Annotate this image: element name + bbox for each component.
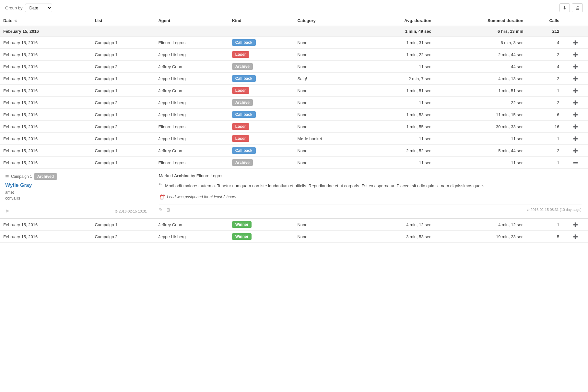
expand-button[interactable]: ➕: [573, 76, 578, 81]
cell-list: Campaign 1: [91, 37, 155, 49]
summary-avg-duration: 1 min, 49 sec: [362, 26, 435, 37]
expand-button[interactable]: ➕: [573, 136, 578, 141]
cell-summed-duration: 19 min, 23 sec: [435, 231, 527, 243]
table-header-row: Date ⇅ List Agent Kind Category Avg. dur…: [0, 16, 588, 26]
edit-icon[interactable]: ✎: [159, 207, 163, 212]
col-expand: [563, 16, 588, 26]
cell-category: None: [294, 219, 362, 231]
cell-date: February 15, 2016: [0, 133, 91, 145]
cell-kind: Loser: [229, 121, 294, 133]
cell-summed-duration: 5 min, 44 sec: [435, 145, 527, 157]
expand-button[interactable]: ➕: [573, 222, 578, 227]
col-category: Category: [294, 16, 362, 26]
left-footer: ⚑ ⊙ 2016-02-15 10:31: [5, 206, 147, 214]
cell-calls: 1: [526, 219, 562, 231]
cell-date: February 15, 2016: [0, 219, 91, 231]
cell-category: None: [294, 121, 362, 133]
cell-expand[interactable]: ➕: [563, 133, 588, 145]
expand-button[interactable]: ➕: [573, 148, 578, 153]
expand-button[interactable]: ➕: [573, 100, 578, 105]
cell-calls: 16: [526, 121, 562, 133]
postpone-text: Lead was postponed for at least 2 hours: [167, 195, 236, 199]
cell-list: Campaign 2: [91, 61, 155, 73]
group-by-select[interactable]: Date Agent List Kind: [25, 4, 52, 12]
expand-button[interactable]: ➕: [573, 64, 578, 69]
cell-date: February 15, 2016: [0, 109, 91, 121]
expand-button[interactable]: ➕: [573, 234, 578, 239]
cell-date: February 15, 2016: [0, 157, 91, 169]
cell-agent: Jeffrey Conn: [155, 219, 229, 231]
cell-avg-duration: 11 sec: [362, 133, 435, 145]
cell-expand[interactable]: ➕: [563, 97, 588, 109]
cell-kind: Winner: [229, 231, 294, 243]
cell-date: February 15, 2016: [0, 145, 91, 157]
cell-expand[interactable]: ➕: [563, 109, 588, 121]
expand-button[interactable]: ➕: [573, 40, 578, 45]
expand-button[interactable]: ➕: [573, 112, 578, 117]
cell-avg-duration: 1 min, 22 sec: [362, 49, 435, 61]
cell-category: None: [294, 145, 362, 157]
cell-expand[interactable]: ➕: [563, 73, 588, 85]
kind-badge: Winner: [232, 221, 252, 228]
sort-icon[interactable]: ⇅: [14, 19, 17, 23]
cell-avg-duration: 1 min, 53 sec: [362, 109, 435, 121]
list-icon: ☰: [5, 174, 9, 179]
cell-category: Møde booket: [294, 133, 362, 145]
campaign-label: ☰ Campaign 1 Archived: [5, 173, 147, 180]
delete-icon[interactable]: 🗑: [166, 207, 171, 212]
cell-kind: Loser: [229, 133, 294, 145]
cell-list: Campaign 2: [91, 121, 155, 133]
cell-summed-duration: 1 min, 51 sec: [435, 85, 527, 97]
cell-calls: 1: [526, 157, 562, 169]
cell-summed-duration: 6 min, 3 sec: [435, 37, 527, 49]
cell-avg-duration: 2 min, 7 sec: [362, 73, 435, 85]
col-avg-duration: Avg. duration: [362, 16, 435, 26]
flag-icon: ⚑: [5, 209, 9, 214]
cell-kind: Call back: [229, 37, 294, 49]
cell-calls: 2: [526, 145, 562, 157]
table-row: February 15, 2016 Campaign 2 Elinore Leg…: [0, 121, 588, 133]
cell-list: Campaign 1: [91, 49, 155, 61]
kind-badge: Archive: [232, 159, 253, 166]
summary-date: February 15, 2016: [0, 26, 91, 37]
cell-expand[interactable]: ➕: [563, 121, 588, 133]
download-button[interactable]: ⬇: [559, 3, 570, 12]
cell-calls: 1: [526, 85, 562, 97]
expand-button[interactable]: ➕: [573, 124, 578, 129]
cell-kind: Loser: [229, 85, 294, 97]
table-row: February 15, 2016 Campaign 1 Elinore Leg…: [0, 157, 588, 169]
cell-expand[interactable]: ➕: [563, 145, 588, 157]
cell-expand[interactable]: ➕: [563, 219, 588, 231]
table-row: February 15, 2016 Campaign 1 Jeppe Liisb…: [0, 109, 588, 121]
cell-avg-duration: 2 min, 52 sec: [362, 145, 435, 157]
cell-avg-duration: 11 sec: [362, 157, 435, 169]
cell-kind: Call back: [229, 73, 294, 85]
cell-calls: 5: [526, 231, 562, 243]
expand-button[interactable]: ➕: [573, 88, 578, 93]
archive-action: Marked Archive by Elinore Legros: [159, 173, 582, 178]
cell-summed-duration: 30 min, 33 sec: [435, 121, 527, 133]
cell-expand[interactable]: ➖: [563, 157, 588, 169]
cell-kind: Call back: [229, 145, 294, 157]
collapse-button[interactable]: ➖: [573, 160, 578, 165]
cell-summed-duration: 4 min, 13 sec: [435, 73, 527, 85]
cell-date: February 15, 2016: [0, 49, 91, 61]
cell-list: Campaign 2: [91, 97, 155, 109]
cell-list: Campaign 1: [91, 219, 155, 231]
expand-button[interactable]: ➕: [573, 52, 578, 57]
cell-date: February 15, 2016: [0, 85, 91, 97]
status-badge: Archived: [34, 173, 57, 180]
action-icons: ✎ 🗑: [159, 207, 171, 212]
expanded-panel: ☰ Campaign 1 Archived Wylie Gray ametcon…: [0, 169, 588, 218]
cell-date: February 15, 2016: [0, 37, 91, 49]
cell-expand[interactable]: ➕: [563, 49, 588, 61]
cell-expand[interactable]: ➕: [563, 85, 588, 97]
lead-name[interactable]: Wylie Gray: [5, 182, 147, 188]
col-list: List: [91, 16, 155, 26]
cell-kind: Archive: [229, 97, 294, 109]
cell-expand[interactable]: ➕: [563, 61, 588, 73]
right-footer: ✎ 🗑 ⊙ 2016-02-15 08:31 (10 days ago): [159, 204, 582, 212]
print-button[interactable]: 🖨: [572, 3, 583, 12]
cell-expand[interactable]: ➕: [563, 231, 588, 243]
cell-expand[interactable]: ➕: [563, 37, 588, 49]
